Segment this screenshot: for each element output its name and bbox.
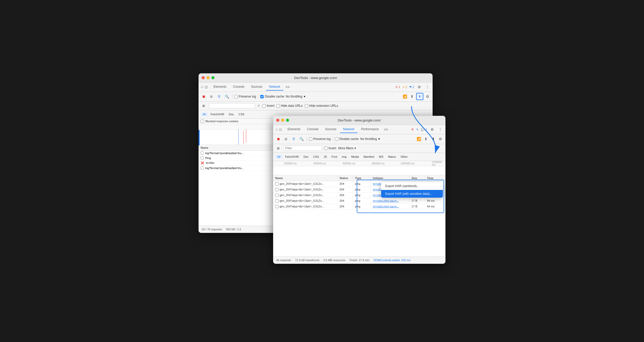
front-filter-icon[interactable]: ⊕	[275, 145, 281, 151]
front-upload-icon[interactable]: ⬆	[423, 136, 429, 142]
back-clear-button[interactable]: ⊘	[208, 93, 214, 100]
front-throttle-select[interactable]: No throttling	[360, 137, 377, 141]
front-row-4-checkbox[interactable]	[275, 205, 279, 208]
front-stop-button[interactable]: ⏹	[275, 136, 281, 142]
back-invert-label[interactable]: Invert	[262, 104, 274, 108]
back-type-css[interactable]: CSS	[237, 112, 247, 116]
back-tab-more[interactable]: >>	[284, 84, 291, 90]
back-error-badge[interactable]: ✕ 1	[395, 85, 400, 89]
front-row-2-checkbox[interactable]	[275, 194, 279, 197]
front-type-wasm[interactable]: Wasm	[386, 155, 398, 159]
back-devtools-settings[interactable]: ⚙	[424, 93, 431, 100]
back-device-icon[interactable]: ⊡	[205, 85, 208, 89]
front-tab-sources[interactable]: Sources	[322, 126, 339, 133]
back-invert-checkbox[interactable]	[262, 104, 266, 108]
back-download-button[interactable]: ⬇	[416, 93, 423, 100]
front-preserve-log-label[interactable]: Preserve log	[309, 137, 330, 141]
front-disable-cache-label[interactable]: Disable cache	[335, 137, 359, 141]
front-chat-badge[interactable]: 💬 2	[421, 128, 427, 131]
front-tab-performance[interactable]: Performance	[358, 126, 382, 133]
front-row-4[interactable]: gen_204?atyp=i&r=1&ei=_G31Zo... 204 ping…	[273, 204, 445, 209]
back-tab-console[interactable]: Console	[230, 83, 247, 91]
front-th-status[interactable]: Status	[337, 175, 353, 181]
front-devtools-settings[interactable]: ⚙	[437, 136, 443, 142]
back-hide-ext-label[interactable]: Hide extension URLs	[305, 104, 338, 108]
front-row-0-checkbox[interactable]	[275, 182, 279, 186]
front-row-3-initiator[interactable]: m=cdos,hsm,jsa,m...	[371, 198, 409, 204]
menu-export-sanitized[interactable]: Export HAR (sanitized)...	[381, 182, 443, 190]
front-disable-cache-checkbox[interactable]	[335, 137, 338, 141]
back-tab-elements[interactable]: Elements	[210, 83, 229, 91]
front-th-type[interactable]: Type	[353, 175, 371, 181]
front-wifi-icon[interactable]: 📶	[416, 136, 422, 142]
back-inspect-icon[interactable]: ⊹	[201, 85, 204, 89]
front-invert-checkbox[interactable]	[324, 147, 327, 150]
back-throttle-select[interactable]: No throttling	[286, 95, 302, 98]
front-throttle-arrow[interactable]: ▾	[378, 137, 380, 141]
front-type-css[interactable]: CSS	[311, 155, 321, 159]
front-filter-button[interactable]: ⚲	[291, 136, 297, 142]
back-filter-input[interactable]	[209, 103, 255, 108]
back-type-all[interactable]: All	[201, 112, 208, 116]
front-type-fetch[interactable]: Fetch/XHR	[283, 155, 301, 159]
front-row-3[interactable]: gen_204?atyp=i&r=1&ei=_G31Zo... 204 ping…	[273, 198, 445, 204]
back-filter-icon[interactable]: ⊕	[201, 103, 207, 109]
front-th-time[interactable]: Time	[425, 175, 445, 181]
front-row-4-initiator[interactable]: m=cdos,hsm,jsa,m...	[371, 204, 409, 209]
back-disable-cache-checkbox[interactable]	[260, 95, 264, 98]
front-th-size[interactable]: Size	[409, 175, 425, 181]
front-clear-button[interactable]: ⊘	[283, 136, 289, 142]
front-more-icon[interactable]: ⋮	[437, 126, 443, 133]
back-upload-icon[interactable]: ⬆	[409, 93, 415, 100]
front-type-other[interactable]: Other	[398, 155, 410, 159]
front-type-all[interactable]: All	[275, 155, 282, 159]
back-minimize-button[interactable]	[207, 76, 210, 79]
front-type-manifest[interactable]: Manifest	[361, 155, 376, 159]
back-flag-badge[interactable]: ⚑ 2	[409, 85, 414, 89]
front-more-filters[interactable]: More filters ▾	[338, 146, 356, 150]
back-type-doc[interactable]: Doc	[227, 112, 236, 116]
front-type-img[interactable]: Img	[340, 155, 348, 159]
menu-export-sensitive[interactable]: Export HAR (with sensitive data)...	[381, 190, 443, 198]
front-tab-more[interactable]: >>	[382, 126, 390, 133]
front-error-icon[interactable]: ✕	[411, 127, 414, 131]
front-tab-elements[interactable]: Elements	[284, 126, 303, 133]
back-preserve-log-checkbox[interactable]	[234, 95, 238, 98]
back-filter-clear-icon[interactable]: ✕	[257, 104, 260, 108]
back-stop-button[interactable]: ⏹	[201, 93, 207, 100]
back-row-3-checkbox[interactable]	[201, 166, 204, 170]
back-maximize-button[interactable]	[211, 76, 214, 79]
back-throttle-arrow[interactable]: ▾	[304, 95, 305, 98]
back-warning-badge[interactable]: ⚠ 2	[402, 85, 407, 89]
front-tab-console[interactable]: Console	[304, 126, 321, 133]
front-device-icon[interactable]: ⊡	[279, 128, 282, 131]
front-settings-icon[interactable]: ⚙	[429, 126, 435, 133]
back-more-icon[interactable]: ⋮	[424, 84, 431, 90]
front-inspect-icon[interactable]: ⊹	[275, 128, 278, 131]
front-type-font[interactable]: Font	[329, 155, 339, 159]
front-filter-input[interactable]	[283, 146, 322, 151]
front-th-initiator[interactable]: Initiator	[371, 175, 409, 181]
front-row-1-checkbox[interactable]	[275, 188, 279, 191]
front-arrow-icon[interactable]: ↖	[416, 128, 419, 131]
front-invert-label[interactable]: Invert	[324, 146, 336, 150]
front-tab-network[interactable]: Network	[340, 126, 357, 133]
back-wifi-icon[interactable]: 📶	[402, 93, 408, 100]
back-tab-sources[interactable]: Sources	[248, 83, 265, 91]
front-preserve-log-checkbox[interactable]	[309, 137, 312, 141]
front-maximize-button[interactable]	[286, 119, 289, 122]
back-type-fetch[interactable]: Fetch/XHR	[208, 112, 226, 116]
front-th-name[interactable]: Name	[273, 175, 337, 181]
back-disable-cache-label[interactable]: Disable cache	[260, 95, 284, 98]
back-row-0-checkbox[interactable]	[201, 152, 204, 155]
front-close-button[interactable]	[276, 119, 279, 122]
front-type-js[interactable]: JS	[321, 155, 329, 159]
back-hide-data-checkbox[interactable]	[276, 104, 280, 108]
back-tab-network[interactable]: Network	[266, 83, 283, 91]
back-hide-data-label[interactable]: Hide data URLs	[276, 104, 303, 108]
back-settings-icon[interactable]: ⚙	[416, 84, 422, 90]
front-search-button[interactable]: 🔍	[298, 136, 305, 142]
front-type-doc[interactable]: Doc	[301, 155, 311, 159]
back-hide-ext-checkbox[interactable]	[305, 104, 308, 108]
back-preserve-log-label[interactable]: Preserve log	[234, 95, 256, 98]
